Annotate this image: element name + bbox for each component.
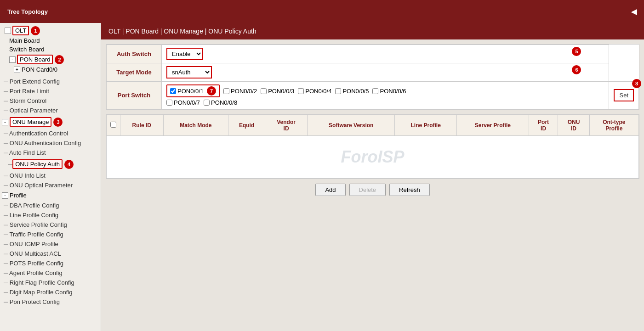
pon-board-badge: 2 xyxy=(55,55,64,64)
onu-manage-badge: 3 xyxy=(53,118,63,127)
col-server-profile: Server Profile xyxy=(457,115,529,136)
menu-line-profile[interactable]: ─ Line Profile Config xyxy=(0,210,101,220)
target-mode-row: Target Mode snAuth macAuth hybridAuth 6 xyxy=(107,63,639,82)
port-pon008[interactable]: PON0/0/8 xyxy=(204,99,237,106)
port-pon003-checkbox[interactable] xyxy=(261,88,267,94)
port-pon005[interactable]: PON0/0/5 xyxy=(335,88,369,95)
port-pon001-checkbox[interactable] xyxy=(170,88,176,94)
add-button[interactable]: Add xyxy=(315,184,345,196)
olt-label[interactable]: OLT xyxy=(12,26,29,35)
col-onu-id: ONUID xyxy=(558,115,589,136)
auth-switch-select[interactable]: Enable Disable xyxy=(166,48,203,60)
target-mode-cell: snAuth macAuth hybridAuth 6 xyxy=(162,63,609,82)
auth-switch-label: Auth Switch xyxy=(107,45,162,63)
port-pon002-checkbox[interactable] xyxy=(223,88,229,94)
pon-card-expand[interactable]: + xyxy=(14,67,20,73)
port-pon004-checkbox[interactable] xyxy=(298,88,304,94)
menu-right-flag[interactable]: ─ Right Flag Profile Config xyxy=(0,278,101,287)
menu-onu-optical[interactable]: ─ ONU Optical Parameter xyxy=(0,180,101,190)
port-pon007-label: PON0/0/7 xyxy=(174,99,200,106)
profile-expand[interactable]: - xyxy=(2,192,8,199)
port-pon004-label: PON0/0/4 xyxy=(305,88,331,95)
menu-digit-map[interactable]: ─ Digit Map Profile Config xyxy=(0,287,101,297)
menu-traffic-profile[interactable]: ─ Traffic Profile Config xyxy=(0,230,101,239)
port-switch-list: PON0/0/1 7 PON0/0/2 PON0/0/3 xyxy=(166,84,604,97)
config-panel: Auth Switch Enable Disable 5 Target Mode xyxy=(106,44,639,110)
port-pon006-checkbox[interactable] xyxy=(372,88,378,94)
col-match-mode: Match Mode xyxy=(163,115,228,136)
port-pon008-checkbox[interactable] xyxy=(204,100,210,106)
col-equid: Equid xyxy=(228,115,265,136)
target-mode-badge: 6 xyxy=(572,65,581,74)
col-checkbox xyxy=(107,115,120,136)
menu-onu-auth-config[interactable]: ─ ONU Authentication Config xyxy=(0,138,101,148)
onu-policy-auth-row[interactable]: ─ ONU Policy Auth 4 xyxy=(0,157,101,171)
olt-badge: 1 xyxy=(31,26,40,35)
auth-switch-badge: 5 xyxy=(572,47,581,56)
port-pon007[interactable]: PON0/0/7 xyxy=(166,99,200,106)
watermark-cell: ForoISP xyxy=(107,136,639,179)
port-pon006[interactable]: PON0/0/6 xyxy=(372,88,406,95)
switch-board-label[interactable]: Switch Board xyxy=(9,46,45,53)
profile-label[interactable]: Profile xyxy=(10,192,27,199)
port-pon006-label: PON0/0/6 xyxy=(380,88,406,95)
menu-igmp[interactable]: ─ ONU IGMP Profile xyxy=(0,239,101,249)
menu-auth-control[interactable]: ─ Authentication Control xyxy=(0,129,101,138)
table-header-row: Rule ID Match Mode Equid VendorID Softwa… xyxy=(107,115,639,136)
olt-expand[interactable]: - xyxy=(5,28,11,34)
port-switch-row: Port Switch PON0/0/1 7 xyxy=(107,82,639,109)
port-pon001[interactable]: PON0/0/1 7 xyxy=(166,84,220,97)
port-pon005-label: PON0/0/5 xyxy=(342,88,369,95)
set-badge: 8 xyxy=(632,79,641,88)
onu-policy-auth-badge: 4 xyxy=(64,160,74,169)
button-row: Add Delete Refresh xyxy=(106,179,639,201)
col-software-version: Software Version xyxy=(308,115,395,136)
port-pon003[interactable]: PON0/0/3 xyxy=(261,88,294,95)
port-pon003-label: PON0/0/3 xyxy=(268,88,294,95)
menu-port-extend[interactable]: ─ Port Extend Config xyxy=(0,77,101,86)
menu-service-profile[interactable]: ─ Service Profile Config xyxy=(0,220,101,230)
onu-policy-auth-label[interactable]: ONU Policy Auth xyxy=(12,159,63,169)
menu-storm[interactable]: ─ Storm Control xyxy=(0,96,101,106)
watermark-text: ForoISP xyxy=(341,147,404,167)
port-pon007-checkbox[interactable] xyxy=(166,100,172,106)
menu-onu-info[interactable]: ─ ONU Info List xyxy=(0,171,101,180)
breadcrumb: OLT | PON Board | ONU Manage | ONU Polic… xyxy=(101,23,644,39)
set-button[interactable]: Set xyxy=(614,89,634,101)
menu-pots[interactable]: ─ POTS Profile Config xyxy=(0,258,101,268)
refresh-button[interactable]: Refresh xyxy=(389,184,430,196)
pon-card-label[interactable]: PON Card0/0 xyxy=(22,66,57,73)
onu-manage-row[interactable]: - ONU Manage 3 xyxy=(0,115,101,129)
target-mode-label: Target Mode xyxy=(107,63,162,82)
profile-section[interactable]: - Profile xyxy=(0,190,101,201)
port-pon004[interactable]: PON0/0/4 xyxy=(298,88,331,95)
menu-dba[interactable]: ─ DBA Profile Config xyxy=(0,201,101,210)
menu-multicast[interactable]: ─ ONU Multicast ACL xyxy=(0,249,101,258)
delete-button[interactable]: Delete xyxy=(349,184,386,196)
menu-agent[interactable]: ─ Agent Profile Config xyxy=(0,268,101,278)
menu-port-rate[interactable]: ─ Port Rate Limit xyxy=(0,86,101,96)
menu-auto-find[interactable]: ─ Auto Find List xyxy=(0,148,101,157)
target-mode-select[interactable]: snAuth macAuth hybridAuth xyxy=(166,66,212,79)
port-pon005-checkbox[interactable] xyxy=(335,88,341,94)
auth-switch-row: Auth Switch Enable Disable 5 xyxy=(107,45,639,63)
onu-manage-label[interactable]: ONU Manage xyxy=(10,117,51,127)
main-content: OLT | PON Board | ONU Manage | ONU Polic… xyxy=(101,23,644,331)
port-pon008-label: PON0/0/8 xyxy=(211,99,237,106)
col-ont-type: Ont-typeProfile xyxy=(589,115,638,136)
data-table-wrapper: Rule ID Match Mode Equid VendorID Softwa… xyxy=(106,114,639,179)
select-all-checkbox[interactable] xyxy=(110,122,116,128)
config-table: Auth Switch Enable Disable 5 Target Mode xyxy=(106,45,639,109)
main-board-label[interactable]: Main Board xyxy=(9,37,40,44)
pon-board-label[interactable]: PON Board xyxy=(17,55,53,64)
menu-optical[interactable]: ─ Optical Parameter xyxy=(0,106,101,115)
auth-switch-cell: Enable Disable 5 xyxy=(162,45,609,63)
menu-pon-protect[interactable]: ─ Pon Protect Config xyxy=(0,297,101,307)
pon-board-expand[interactable]: - xyxy=(9,56,16,63)
port-switch-label: Port Switch xyxy=(107,82,162,109)
onu-manage-expand[interactable]: - xyxy=(2,119,8,125)
port-pon002[interactable]: PON0/0/2 xyxy=(223,88,257,95)
port-switch-list-row2: PON0/0/7 PON0/0/8 xyxy=(166,99,604,106)
collapse-arrow[interactable]: ◀ xyxy=(631,7,637,16)
col-line-profile: Line Profile xyxy=(395,115,457,136)
